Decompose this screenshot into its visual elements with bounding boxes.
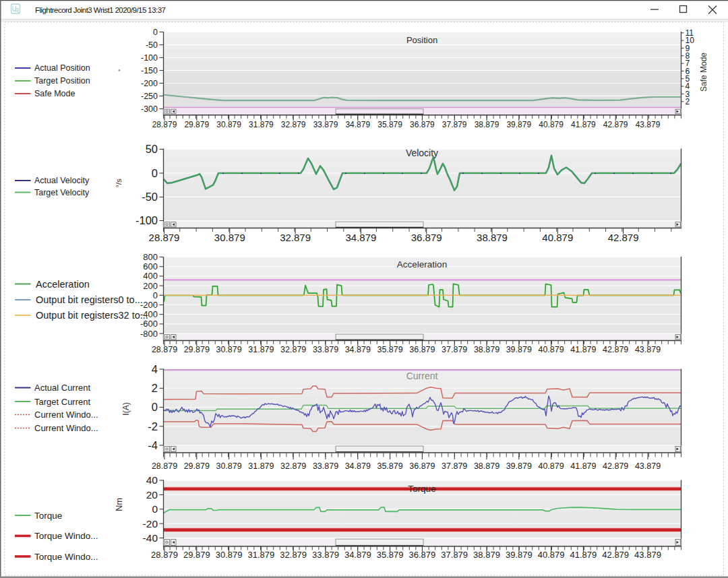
svg-text:Torque: Torque <box>34 511 62 521</box>
svg-text:36.879: 36.879 <box>409 345 435 354</box>
svg-text:29.879: 29.879 <box>184 345 210 354</box>
svg-text:30.879: 30.879 <box>214 232 245 243</box>
svg-text:40.879: 40.879 <box>542 232 573 243</box>
svg-text:Position: Position <box>406 35 437 45</box>
svg-text:42.879: 42.879 <box>608 232 639 243</box>
svg-text:34.879: 34.879 <box>344 550 371 560</box>
svg-text:200: 200 <box>143 281 158 291</box>
svg-text:41.879: 41.879 <box>570 345 596 354</box>
svg-text:-4: -4 <box>148 439 158 451</box>
svg-text:38.879: 38.879 <box>474 461 499 471</box>
svg-text:29.879: 29.879 <box>184 461 210 471</box>
svg-text:33.879: 33.879 <box>313 345 338 354</box>
svg-text:800: 800 <box>143 252 158 262</box>
svg-text:Current Windo...: Current Windo... <box>34 423 98 433</box>
svg-text:-300: -300 <box>141 104 158 114</box>
svg-text:Output bit registers32 to...: Output bit registers32 to... <box>36 310 148 321</box>
svg-text:42.879: 42.879 <box>602 550 629 560</box>
svg-text:20: 20 <box>146 489 158 501</box>
svg-text:Actual Current: Actual Current <box>34 383 90 393</box>
svg-text:-100: -100 <box>135 214 158 226</box>
svg-text:-50: -50 <box>142 191 158 203</box>
svg-text:29.879: 29.879 <box>183 550 210 560</box>
svg-text:34.879: 34.879 <box>345 120 370 129</box>
svg-text:32.879: 32.879 <box>280 550 307 560</box>
svg-text:-200: -200 <box>141 79 158 88</box>
svg-text:30.879: 30.879 <box>216 345 241 354</box>
svg-text:41.879: 41.879 <box>571 120 596 129</box>
svg-text:Safe Mode: Safe Mode <box>699 53 708 92</box>
svg-text:42.879: 42.879 <box>603 120 628 129</box>
svg-text:41.879: 41.879 <box>570 461 596 471</box>
svg-text:32.879: 32.879 <box>280 461 306 471</box>
svg-text:-800: -800 <box>140 329 158 339</box>
svg-text:39.879: 39.879 <box>506 550 533 560</box>
svg-text:Torque Windo...: Torque Windo... <box>34 531 98 541</box>
svg-text:36.879: 36.879 <box>409 550 436 560</box>
svg-text:4: 4 <box>152 363 158 375</box>
svg-text:35.879: 35.879 <box>377 345 402 354</box>
svg-text:38.879: 38.879 <box>473 550 500 560</box>
svg-text:28.879: 28.879 <box>152 461 177 471</box>
svg-text:43.879: 43.879 <box>636 120 661 129</box>
svg-text:Acceleration: Acceleration <box>36 279 90 290</box>
svg-text:Target Position: Target Position <box>34 76 90 86</box>
svg-text:28.879: 28.879 <box>152 120 177 129</box>
svg-text:37.879: 37.879 <box>442 345 467 354</box>
svg-text:-40: -40 <box>143 532 158 544</box>
svg-text:0: 0 <box>152 167 158 179</box>
svg-text:38.879: 38.879 <box>475 120 499 129</box>
svg-text:43.879: 43.879 <box>634 550 661 560</box>
svg-text:Target Velocity: Target Velocity <box>34 188 90 197</box>
svg-text:-50: -50 <box>146 40 158 50</box>
svg-text:43.879: 43.879 <box>635 345 661 354</box>
svg-text:37.879: 37.879 <box>442 461 467 471</box>
svg-text:-150: -150 <box>141 66 158 75</box>
svg-text:36.879: 36.879 <box>410 120 435 129</box>
svg-text:40.879: 40.879 <box>538 550 565 560</box>
svg-text:29.879: 29.879 <box>184 120 209 129</box>
svg-text:28.879: 28.879 <box>149 232 180 243</box>
svg-text:36.879: 36.879 <box>409 461 435 471</box>
svg-text:30.879: 30.879 <box>216 461 241 471</box>
svg-text:30.879: 30.879 <box>216 550 243 560</box>
svg-text:Actual Position: Actual Position <box>34 63 90 73</box>
svg-text:28.879: 28.879 <box>152 345 177 354</box>
svg-text:40.879: 40.879 <box>539 120 564 129</box>
svg-text:40.879: 40.879 <box>538 345 564 354</box>
svg-text:Torque Windo...: Torque Windo... <box>34 552 98 562</box>
svg-text:I(A): I(A) <box>121 402 131 415</box>
svg-text:42.879: 42.879 <box>603 461 628 471</box>
svg-text:31.879: 31.879 <box>248 550 275 560</box>
svg-text:34.879: 34.879 <box>345 345 371 354</box>
svg-text:32.879: 32.879 <box>280 345 306 354</box>
svg-text:39.879: 39.879 <box>506 345 532 354</box>
svg-text:39.879: 39.879 <box>506 461 532 471</box>
svg-text:35.879: 35.879 <box>377 461 402 471</box>
svg-text:Output bit registers0 to...: Output bit registers0 to... <box>36 294 143 305</box>
svg-text:2: 2 <box>152 382 158 394</box>
svg-text:-100: -100 <box>141 53 158 63</box>
svg-text:50: 50 <box>146 143 158 155</box>
svg-text:36.879: 36.879 <box>411 232 442 243</box>
svg-text:Current Windo...: Current Windo... <box>34 410 98 420</box>
svg-text:Actual Velocity: Actual Velocity <box>34 176 90 185</box>
svg-text:Safe Mode: Safe Mode <box>34 89 75 98</box>
svg-text:Torque: Torque <box>408 484 435 494</box>
svg-text:Current: Current <box>406 371 438 381</box>
svg-text:33.879: 33.879 <box>312 550 339 560</box>
svg-text:-20: -20 <box>143 518 158 529</box>
svg-text:-250: -250 <box>141 92 158 101</box>
svg-text:31.879: 31.879 <box>249 120 274 129</box>
svg-text:Target Current: Target Current <box>34 397 90 407</box>
svg-text:Nm: Nm <box>114 498 124 511</box>
svg-text:33.879: 33.879 <box>313 461 338 471</box>
svg-text:32.879: 32.879 <box>281 120 306 129</box>
svg-text:34.879: 34.879 <box>345 232 376 243</box>
svg-text:Acceleration: Acceleration <box>397 259 447 269</box>
svg-text:-200: -200 <box>140 300 158 310</box>
svg-text:2: 2 <box>686 97 690 106</box>
svg-text:0: 0 <box>152 401 158 413</box>
svg-text:38.879: 38.879 <box>477 232 508 243</box>
svg-text:42.879: 42.879 <box>603 345 628 354</box>
